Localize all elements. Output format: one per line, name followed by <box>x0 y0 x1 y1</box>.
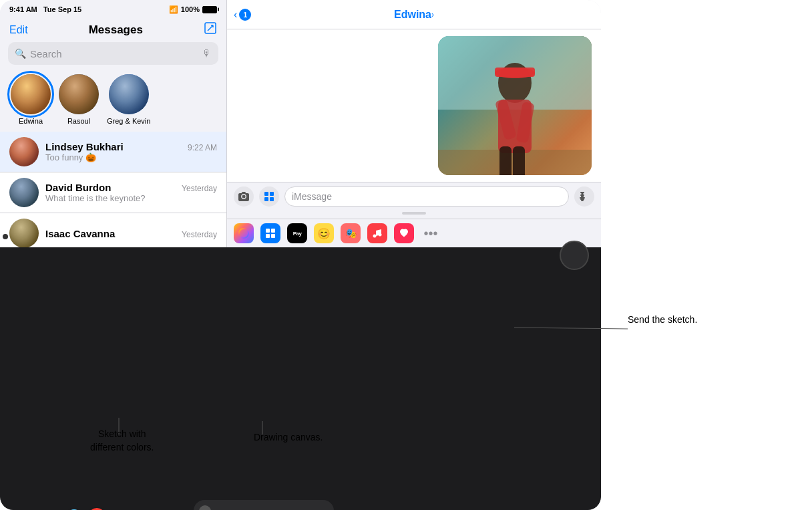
compose-button[interactable] <box>204 21 217 38</box>
svg-rect-14 <box>495 68 535 77</box>
conversation-lindsey[interactable]: Lindsey Bukhari 9:22 AM Too funny 🎃 <box>0 132 226 172</box>
microphone-icon[interactable]: 🎙 <box>202 48 212 59</box>
avatar-rasoul <box>59 74 99 114</box>
avatar-isaac-small <box>9 219 39 247</box>
pinned-label-edwina: Edwina <box>19 117 43 125</box>
svg-rect-33 <box>271 234 275 238</box>
conv-preview-david: What time is the keynote? <box>45 193 217 203</box>
photo-message <box>438 36 592 175</box>
avatar-david-small <box>9 178 39 207</box>
chat-input-bar: iMessage <box>227 182 601 211</box>
input-placeholder: iMessage <box>292 191 332 202</box>
conv-content-isaac: Isaac Cavanna Yesterday <box>45 228 217 239</box>
battery-level: 100% <box>181 5 200 13</box>
search-icon: 🔍 <box>15 48 26 59</box>
conv-time-isaac: Yesterday <box>182 230 217 239</box>
messages-app: 9:41 AM Tue Sep 15 📶 100% Edit Messages <box>0 0 601 247</box>
svg-rect-25 <box>580 199 584 200</box>
svg-rect-26 <box>581 200 584 201</box>
drag-indicator-container <box>227 211 601 219</box>
chat-contact-name[interactable]: Edwina <box>394 9 431 21</box>
back-button[interactable]: ‹ 1 <box>234 9 251 21</box>
pinned-label-rasoul: Rasoul <box>67 117 90 125</box>
search-input[interactable]: Search <box>30 48 198 59</box>
drawing-canvas-text: Drawing canvas. <box>254 432 323 442</box>
sketch-area: × <box>0 247 601 510</box>
message-input[interactable]: iMessage <box>284 186 569 207</box>
svg-rect-18 <box>264 197 268 201</box>
pinned-contact-edwina[interactable]: Edwina <box>11 74 51 125</box>
close-icon: × <box>203 507 207 510</box>
drag-indicator <box>402 212 426 215</box>
avatar-greg <box>109 74 149 114</box>
conv-name-lindsey: Lindsey Bukhari <box>45 141 124 152</box>
conversations-list: Lindsey Bukhari 9:22 AM Too funny 🎃 Davi… <box>0 132 226 247</box>
appstore-strip-icon[interactable] <box>260 223 280 243</box>
conv-content-david: David Burdon Yesterday What time is the … <box>45 182 217 203</box>
animoji-strip-icon[interactable]: 😊 <box>314 223 334 243</box>
conversation-david[interactable]: David Burdon Yesterday What time is the … <box>0 172 226 213</box>
chat-area: ‹ 1 Edwina › <box>227 0 601 247</box>
svg-point-15 <box>242 195 246 199</box>
time-display: 9:41 AM <box>9 5 37 13</box>
pinned-contacts-row: Edwina Rasoul Greg & Kevin <box>0 70 226 132</box>
conv-time-david: Yesterday <box>182 184 217 193</box>
chat-messages <box>227 29 601 182</box>
svg-point-34 <box>373 235 377 238</box>
conversation-isaac[interactable]: Isaac Cavanna Yesterday <box>0 213 226 247</box>
music-strip-icon[interactable] <box>367 223 387 243</box>
status-time: 9:41 AM Tue Sep 15 <box>9 5 81 13</box>
conv-name-isaac: Isaac Cavanna <box>45 228 115 239</box>
applepay-strip-icon[interactable]: Pay <box>287 223 307 243</box>
svg-rect-20 <box>580 192 584 193</box>
chat-header: ‹ 1 Edwina › <box>227 0 601 29</box>
sketch-colors-annotation: Sketch with different colors. <box>90 428 154 454</box>
canvas-close-button[interactable]: × <box>199 505 211 510</box>
more-apps-icon[interactable]: ••• <box>421 223 441 243</box>
svg-rect-11 <box>499 146 512 175</box>
svg-rect-17 <box>270 192 274 196</box>
app-strip: Pay 😊 🎭 <box>227 219 601 247</box>
conv-preview-lindsey: Too funny 🎃 <box>45 152 217 162</box>
avatar-lindsey-small <box>9 137 39 166</box>
conv-time-lindsey: 9:22 AM <box>188 143 217 152</box>
svg-point-35 <box>379 233 382 237</box>
camera-button[interactable] <box>234 186 254 207</box>
svg-line-1 <box>208 25 213 31</box>
pinned-contact-rasoul[interactable]: Rasoul <box>59 74 99 125</box>
heart-strip-icon[interactable] <box>394 223 414 243</box>
battery-icon <box>202 6 217 13</box>
avatar-edwina <box>11 74 51 114</box>
pinned-contact-greg[interactable]: Greg & Kevin <box>107 74 150 125</box>
svg-rect-23 <box>581 196 584 197</box>
audio-button[interactable] <box>574 186 594 207</box>
svg-rect-16 <box>264 192 268 196</box>
svg-rect-19 <box>270 197 274 201</box>
svg-rect-21 <box>582 193 584 195</box>
sidebar-title: Messages <box>89 23 143 37</box>
pinned-label-greg: Greg & Kevin <box>107 117 150 125</box>
send-sketch-annotation: Send the sketch. <box>628 314 697 325</box>
svg-rect-12 <box>513 146 525 175</box>
home-button[interactable] <box>560 241 589 270</box>
photo-placeholder <box>438 36 592 175</box>
status-indicators: 📶 100% <box>169 5 217 14</box>
edit-button[interactable]: Edit <box>9 24 28 36</box>
date-display: Tue Sep 15 <box>43 5 81 13</box>
sidebar-header: Edit Messages <box>0 19 226 42</box>
svg-rect-30 <box>266 229 270 233</box>
status-bar: 9:41 AM Tue Sep 15 📶 100% <box>0 0 226 19</box>
side-dot <box>3 234 8 239</box>
svg-rect-32 <box>266 234 270 238</box>
search-bar[interactable]: 🔍 Search 🎙 <box>8 42 218 65</box>
memoji-strip-icon[interactable]: 🎭 <box>341 223 361 243</box>
appstore-button[interactable] <box>259 186 279 207</box>
photos-app-strip-icon[interactable] <box>234 223 254 243</box>
drawing-canvas: × <box>194 500 334 510</box>
messages-sidebar: 9:41 AM Tue Sep 15 📶 100% Edit Messages <box>0 0 227 247</box>
wifi-icon: 📶 <box>169 5 178 14</box>
contact-chevron-icon: › <box>431 10 434 19</box>
drawing-canvas-annotation: Drawing canvas. <box>254 431 323 444</box>
conv-content-lindsey: Lindsey Bukhari 9:22 AM Too funny 🎃 <box>45 141 217 162</box>
back-badge: 1 <box>239 9 251 21</box>
